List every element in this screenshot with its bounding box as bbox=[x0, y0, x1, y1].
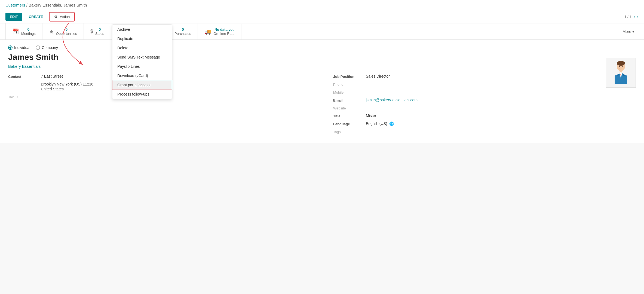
job-position-value: Sales Director bbox=[366, 74, 636, 78]
right-column: Job Position Sales Director Phone Mobile… bbox=[322, 74, 636, 137]
svg-point-4 bbox=[619, 66, 620, 67]
customer-name: James Smith bbox=[8, 53, 636, 62]
action-vcard[interactable]: Download (vCard) bbox=[112, 71, 172, 80]
action-dropdown: Archive Duplicate Delete Send SMS Text M… bbox=[112, 24, 172, 99]
edit-button[interactable]: EDIT bbox=[5, 13, 22, 21]
action-delete[interactable]: Delete bbox=[112, 43, 172, 53]
language-value: English (US) 🌐 bbox=[366, 121, 636, 126]
action-duplicate[interactable]: Duplicate bbox=[112, 34, 172, 43]
pagination-text: 1 / 1 bbox=[624, 15, 631, 19]
title-value: Mister bbox=[366, 114, 636, 118]
more-label: More bbox=[622, 29, 631, 34]
taxid-label: Tax ID bbox=[8, 94, 41, 99]
smart-btn-meetings[interactable]: 📅 0 Meetings bbox=[5, 23, 42, 39]
avatar-image bbox=[609, 60, 633, 85]
individual-radio[interactable] bbox=[8, 45, 13, 50]
smart-button-bar: 📅 0 Meetings ★ 0 Opportunities $ 0 Sales… bbox=[0, 23, 644, 40]
individual-label: Individual bbox=[14, 45, 30, 50]
mobile-field: Mobile bbox=[333, 90, 636, 94]
language-text: English (US) bbox=[366, 121, 387, 126]
tags-label: Tags bbox=[333, 129, 366, 134]
prev-button[interactable]: ‹ bbox=[633, 14, 635, 19]
purchases-label: Purchases bbox=[174, 32, 191, 36]
action-sms[interactable]: Send SMS Text Message bbox=[112, 53, 172, 62]
country-value: United States bbox=[41, 87, 311, 91]
individual-radio-label[interactable]: Individual bbox=[8, 45, 30, 50]
two-column-layout: Contact 7 East Street Brooklyn New York … bbox=[8, 74, 636, 137]
breadcrumb-current: Bakery Essentials, James Smith bbox=[29, 3, 87, 7]
job-position-label: Job Position bbox=[333, 74, 366, 79]
smart-btn-sales[interactable]: $ 0 Sales bbox=[84, 23, 111, 39]
pagination: 1 / 1 ‹ › bbox=[624, 14, 639, 19]
svg-point-1 bbox=[617, 61, 625, 66]
phone-field: Phone bbox=[333, 82, 636, 87]
language-label: Language bbox=[333, 121, 366, 126]
globe-icon: 🌐 bbox=[389, 121, 394, 126]
next-button[interactable]: › bbox=[637, 14, 639, 19]
type-selector: Individual Company bbox=[8, 45, 636, 50]
contact-label: Contact bbox=[8, 74, 41, 79]
purchases-count: 0 bbox=[174, 27, 191, 32]
company-link[interactable]: Bakery Essentials bbox=[8, 64, 636, 69]
website-label: Website bbox=[333, 106, 366, 110]
title-label: Title bbox=[333, 114, 366, 118]
opportunities-label: Opportunities bbox=[56, 32, 77, 36]
mobile-label: Mobile bbox=[333, 90, 366, 94]
ontime-label: On-time Rate bbox=[213, 32, 234, 36]
address-block: Brooklyn New York (US) 11216 United Stat… bbox=[41, 82, 311, 91]
truck-icon: 🚚 bbox=[204, 28, 211, 35]
main-content: Individual Company James Smith Bakery Es… bbox=[0, 40, 644, 143]
sales-label: Sales bbox=[95, 32, 104, 36]
opportunities-count: 0 bbox=[56, 27, 77, 32]
dollar-icon: $ bbox=[90, 29, 93, 34]
chevron-down-icon: ▾ bbox=[632, 29, 634, 34]
company-radio[interactable] bbox=[36, 45, 40, 50]
sales-count: 0 bbox=[95, 27, 104, 32]
action-archive[interactable]: Archive bbox=[112, 25, 172, 34]
company-radio-label[interactable]: Company bbox=[36, 45, 58, 50]
form-container: Individual Company James Smith Bakery Es… bbox=[0, 40, 644, 143]
language-field: Language English (US) 🌐 bbox=[333, 121, 636, 126]
toolbar: EDIT CREATE ⚙ Action Archive Duplicate D… bbox=[0, 10, 644, 23]
phone-label: Phone bbox=[333, 82, 366, 87]
city-state-zip: Brooklyn New York (US) 11216 bbox=[41, 82, 311, 86]
email-value[interactable]: jsmith@bakery-essentials.com bbox=[366, 98, 636, 102]
breadcrumb: Customers / Bakery Essentials, James Smi… bbox=[0, 0, 644, 10]
gear-icon: ⚙ bbox=[54, 15, 57, 19]
more-button[interactable]: More ▾ bbox=[618, 26, 639, 38]
meetings-count: 0 bbox=[21, 27, 36, 32]
email-field: Email jsmith@bakery-essentials.com bbox=[333, 98, 636, 102]
action-label: Action bbox=[60, 15, 70, 19]
smart-btn-opportunities[interactable]: ★ 0 Opportunities bbox=[42, 23, 84, 39]
title-field: Title Mister bbox=[333, 114, 636, 118]
job-position-field: Job Position Sales Director bbox=[333, 74, 636, 79]
action-followups[interactable]: Process follow-ups bbox=[112, 90, 172, 99]
smart-btn-ontime[interactable]: 🚚 No data yet On-time Rate bbox=[198, 24, 241, 39]
svg-point-5 bbox=[622, 66, 623, 67]
breadcrumb-parent[interactable]: Customers bbox=[5, 3, 25, 7]
tags-field: Tags bbox=[333, 129, 636, 134]
action-button-container: ⚙ Action Archive Duplicate Delete Send S… bbox=[50, 13, 74, 21]
breadcrumb-separator: / bbox=[26, 3, 29, 7]
calendar-icon: 📅 bbox=[12, 28, 19, 35]
action-button[interactable]: ⚙ Action bbox=[50, 13, 74, 21]
company-label: Company bbox=[42, 45, 58, 50]
star-icon: ★ bbox=[49, 28, 54, 35]
create-button[interactable]: CREATE bbox=[24, 13, 47, 21]
website-field: Website bbox=[333, 106, 636, 110]
action-portal-access[interactable]: Grant portal access bbox=[112, 80, 172, 90]
avatar-container bbox=[606, 58, 636, 88]
street-value: 7 East Street bbox=[41, 74, 311, 78]
ontime-nodata: No data yet bbox=[213, 27, 234, 32]
email-label: Email bbox=[333, 98, 366, 102]
action-payslip[interactable]: Payslip Lines bbox=[112, 62, 172, 71]
meetings-label: Meetings bbox=[21, 32, 36, 36]
